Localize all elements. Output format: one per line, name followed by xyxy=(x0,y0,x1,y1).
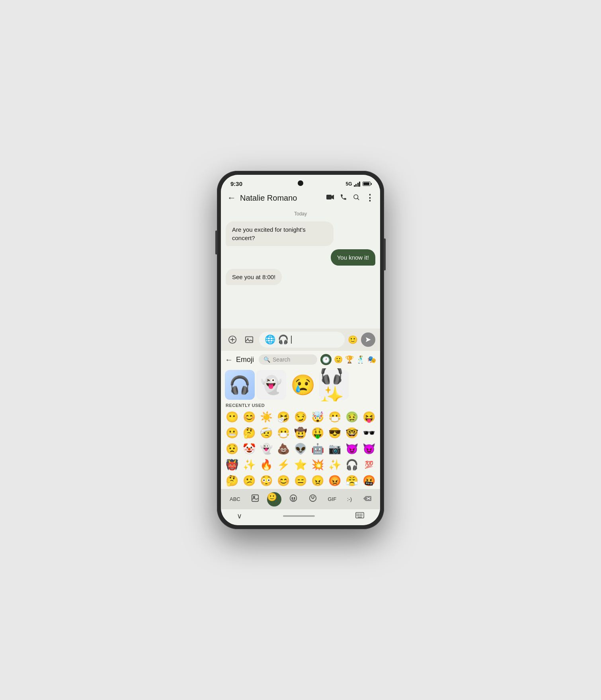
emoji-cell-21[interactable]: 💩 xyxy=(275,441,292,456)
emoji-cell-4[interactable]: 😏 xyxy=(293,409,309,424)
emoji-cell-37[interactable]: 😕 xyxy=(241,473,258,488)
emoji-cell-36[interactable]: 🤔 xyxy=(224,473,240,488)
emoji-panel-back-button[interactable]: ← xyxy=(225,355,233,364)
keyboard-toggle-button[interactable] xyxy=(355,512,364,520)
svg-point-16 xyxy=(311,497,312,497)
media-button[interactable] xyxy=(242,333,256,346)
svg-line-3 xyxy=(357,198,359,199)
emoji-cell-17[interactable]: 🕶️ xyxy=(361,425,377,440)
emoji-cell-38[interactable]: 😳 xyxy=(258,473,275,488)
emoji-categories: 🕐 🙂 🏆 🕺 🎭 xyxy=(320,354,376,365)
keyboard-face-button[interactable] xyxy=(305,491,320,507)
emoji-cell-3[interactable]: 🤧 xyxy=(275,409,292,424)
emoji-cell-29[interactable]: 🔥 xyxy=(258,457,275,472)
keyboard-sticker-button[interactable] xyxy=(248,491,263,507)
featured-emoji-4[interactable]: 🎧✨ xyxy=(319,370,349,400)
emoji-cell-15[interactable]: 😎 xyxy=(326,425,343,440)
emoji-cell-12[interactable]: 😷 xyxy=(275,425,292,440)
emoji-cat-person[interactable]: 🕺 xyxy=(356,355,365,364)
emoji-cell-31[interactable]: ⭐ xyxy=(293,457,309,472)
emoji-active-icon: 🙂 xyxy=(267,493,277,501)
text-input-field[interactable]: 🌐 🎧 xyxy=(259,332,345,348)
input-area: 🌐 🎧 🙂 xyxy=(221,328,380,351)
emoji-cell-39[interactable]: 😊 xyxy=(275,473,292,488)
emoji-cell-26[interactable]: 😈 xyxy=(361,441,377,456)
emoji-search-box[interactable]: 🔍 Search xyxy=(259,354,317,365)
svg-marker-1 xyxy=(332,195,334,199)
emoji-cell-19[interactable]: 🤡 xyxy=(241,441,258,456)
collapse-button[interactable]: ∨ xyxy=(237,512,242,520)
back-button[interactable]: ← xyxy=(227,193,236,203)
emoji-cell-6[interactable]: 😷 xyxy=(326,409,343,424)
svg-rect-26 xyxy=(358,515,359,516)
svg-rect-10 xyxy=(252,495,259,502)
emoji-cell-30[interactable]: ⚡ xyxy=(275,457,292,472)
keyboard-kaomoji-button[interactable]: :-) xyxy=(344,494,355,504)
emoji-cell-5[interactable]: 🤯 xyxy=(309,409,326,424)
video-call-button[interactable] xyxy=(326,194,334,202)
emoji-cat-recent[interactable]: 🕐 xyxy=(320,354,332,365)
search-button[interactable] xyxy=(353,194,360,203)
emoji-cell-16[interactable]: 🤓 xyxy=(343,425,360,440)
emoji-cell-13[interactable]: 🤠 xyxy=(293,425,309,440)
keyboard-emoticon-button[interactable] xyxy=(286,491,301,507)
emoji-cell-25[interactable]: 😈 xyxy=(343,441,360,456)
svg-rect-29 xyxy=(358,516,362,517)
emoji-cell-34[interactable]: 🎧 xyxy=(343,457,360,472)
emoji-cell-32[interactable]: 💥 xyxy=(309,457,326,472)
emoji-cat-fantasy[interactable]: 🎭 xyxy=(367,355,376,364)
emoji-cell-0[interactable]: 😶 xyxy=(224,409,240,424)
send-button[interactable] xyxy=(361,332,375,347)
status-network: 5G xyxy=(345,181,352,187)
message-bubble-2: You know it! xyxy=(331,249,375,266)
emoji-cell-14[interactable]: 🤑 xyxy=(309,425,326,440)
emoji-cell-41[interactable]: 😠 xyxy=(309,473,326,488)
emoji-cell-42[interactable]: 😡 xyxy=(326,473,343,488)
emoji-cell-1[interactable]: 😊 xyxy=(241,409,258,424)
bottom-nav: ∨ xyxy=(221,509,380,525)
keyboard-emoji-button[interactable]: 🙂 xyxy=(267,492,281,506)
message-row-2: You know it! xyxy=(226,249,375,266)
emoji-cell-35[interactable]: 💯 xyxy=(361,457,377,472)
emoji-picker-button[interactable]: 🙂 xyxy=(348,335,358,344)
featured-emoji-row: 🎧 👻 😢 🎧✨ xyxy=(221,368,380,401)
sticker-icon xyxy=(251,494,260,504)
emoji-cat-smileys[interactable]: 🙂 xyxy=(334,355,343,364)
phone-frame: 9:30 5G ← Natalie Romano xyxy=(217,171,384,529)
add-attachment-button[interactable] xyxy=(226,333,239,346)
emoji-cell-28[interactable]: ✨ xyxy=(241,457,258,472)
emoji-cell-18[interactable]: 😟 xyxy=(224,441,240,456)
emoji-cell-33[interactable]: ✨ xyxy=(326,457,343,472)
keyboard-gif-button[interactable]: GIF xyxy=(324,494,340,504)
emoji-cell-10[interactable]: 🤔 xyxy=(241,425,258,440)
emoji-cell-40[interactable]: 😑 xyxy=(293,473,309,488)
svg-rect-21 xyxy=(357,514,357,514)
emoji-cat-trophy[interactable]: 🏆 xyxy=(345,355,354,364)
keyboard-delete-button[interactable] xyxy=(359,493,375,506)
emoji-cell-44[interactable]: 🤬 xyxy=(361,473,377,488)
emoji-cell-2[interactable]: ☀️ xyxy=(258,409,275,424)
status-right: 5G xyxy=(345,181,371,187)
more-options-button[interactable]: ⋮ xyxy=(365,193,374,203)
featured-emoji-1[interactable]: 🎧 xyxy=(225,370,255,400)
home-indicator xyxy=(283,515,315,517)
emoji-cell-9[interactable]: 😬 xyxy=(224,425,240,440)
emoji-panel-title: Emoji xyxy=(236,356,254,364)
svg-rect-0 xyxy=(326,195,332,199)
recently-used-label: RECENTLY USED xyxy=(221,401,380,409)
emoji-cell-20[interactable]: 👻 xyxy=(258,441,275,456)
phone-call-button[interactable] xyxy=(340,194,347,203)
emoji-cell-23[interactable]: 🤖 xyxy=(309,441,326,456)
emoji-cell-8[interactable]: 😝 xyxy=(361,409,377,424)
emoji-cell-22[interactable]: 👽 xyxy=(293,441,309,456)
emoji-cell-43[interactable]: 😤 xyxy=(343,473,360,488)
emoji-cell-11[interactable]: 🤕 xyxy=(258,425,275,440)
emoji-cell-27[interactable]: 👹 xyxy=(224,457,240,472)
emoji-cell-7[interactable]: 🤢 xyxy=(343,409,360,424)
featured-emoji-2[interactable]: 👻 xyxy=(256,370,286,400)
keyboard-abc-button[interactable]: ABC xyxy=(226,494,244,504)
abc-label: ABC xyxy=(230,496,240,502)
delete-icon xyxy=(363,495,371,503)
emoji-cell-24[interactable]: 📷 xyxy=(326,441,343,456)
featured-emoji-3[interactable]: 😢 xyxy=(288,370,318,400)
